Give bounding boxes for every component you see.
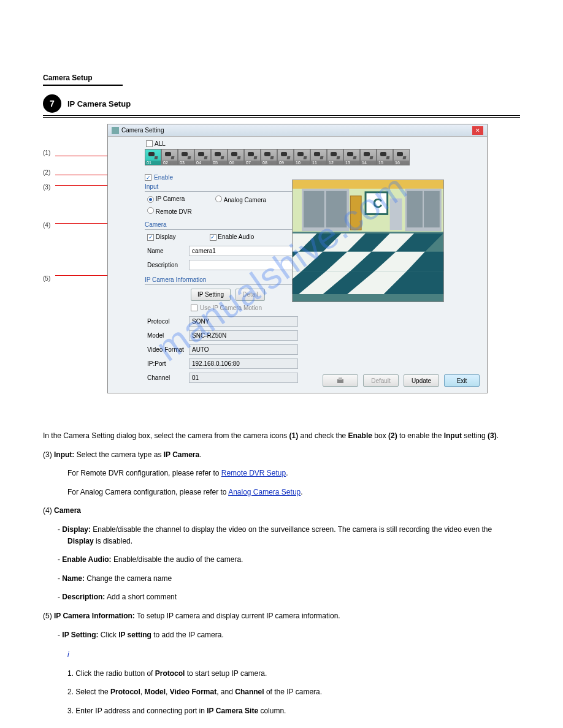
title-row: 7 IP Camera Setup <box>43 94 520 118</box>
svg-rect-11 <box>407 191 423 227</box>
ipport-label: IP:Port <box>145 360 189 367</box>
section-header: Camera Setup <box>43 74 123 86</box>
model-value: SNC-RZ50N <box>189 330 298 341</box>
svg-rect-2 <box>293 180 443 189</box>
ipport-value: 192.168.0.106:80 <box>189 358 298 369</box>
remote-dvr-ref: For Remote DVR configuration, please ref… <box>43 468 520 479</box>
camera-icon-01[interactable]: 01 <box>145 149 161 165</box>
remote-dvr-radio[interactable] <box>147 207 154 214</box>
section-number-bullet: 7 <box>43 94 61 113</box>
item-4: (4) Camera <box>43 505 520 517</box>
name-input[interactable]: camera1 <box>189 246 298 256</box>
svg-rect-4 <box>304 191 324 227</box>
video-format-value: AUTO <box>189 344 298 355</box>
camera-icon-07[interactable]: 07 <box>244 149 261 165</box>
camera-icon-09[interactable]: 09 <box>277 149 294 165</box>
name-label: Name <box>145 248 189 254</box>
camera-icon-04[interactable]: 04 <box>194 149 211 165</box>
ip-camera-radio[interactable] <box>147 196 154 203</box>
camera-icon-03[interactable]: 03 <box>178 149 194 165</box>
step-3: 3. Enter IP address and connecting port … <box>43 705 520 717</box>
print-icon-button[interactable] <box>323 374 358 387</box>
dialog-title-text: Camera Setting <box>121 127 164 134</box>
dialog-titlebar: Camera Setting ✕ <box>108 124 487 137</box>
input-group-title: Input <box>145 183 298 192</box>
remote-dvr-link[interactable]: Remote DVR Setup <box>221 469 286 477</box>
svg-rect-5 <box>326 191 347 227</box>
camera-group-title: Camera <box>145 221 298 230</box>
printer-icon <box>336 377 345 384</box>
detail-button[interactable]: Detail <box>236 289 265 301</box>
camera-icon-06[interactable]: 06 <box>228 149 244 165</box>
body-text: In the Camera Setting dialog box, select… <box>43 430 520 728</box>
description-input[interactable] <box>189 260 298 270</box>
svg-rect-9 <box>390 199 402 230</box>
callout-label-1: (1) <box>43 150 50 156</box>
ip-info-group: IP Camera Information IP Setting Detail … <box>145 276 298 383</box>
ip-info-title: IP Camera Information <box>145 276 298 285</box>
analog-camera-ref: For Analog Camera configuration, please … <box>43 487 520 498</box>
model-label: Model <box>145 332 189 339</box>
exit-button[interactable]: Exit <box>444 374 480 387</box>
camera-icon-08[interactable]: 08 <box>261 149 277 165</box>
analog-camera-radio-wrap: Analog Camera <box>215 195 266 203</box>
preview-image: C <box>293 180 443 301</box>
use-ip-motion-label: Use IP Camera Motion <box>200 305 262 311</box>
ip-camera-radio-label: IP Camera <box>156 195 185 202</box>
remote-dvr-radio-label: Remote DVR <box>156 208 192 215</box>
all-label: ALL <box>155 140 166 147</box>
item-4-display: - Display: Enable/disable the channel to… <box>43 524 520 547</box>
protocol-value: SONY <box>189 316 298 327</box>
all-checkbox[interactable] <box>146 140 153 147</box>
enable-audio-check-wrap: ✓ Enable Audio <box>210 233 255 241</box>
camera-icon-14[interactable]: 14 <box>360 149 377 165</box>
ip-setting-button[interactable]: IP Setting <box>191 289 231 301</box>
update-button[interactable]: Update <box>404 374 439 387</box>
callout-label-4: (4) <box>43 222 50 229</box>
dialog-footer: Default Update Exit <box>323 374 480 387</box>
description-label: Description <box>145 262 189 268</box>
enable-audio-checkbox[interactable]: ✓ <box>210 234 216 241</box>
dialog-icon <box>112 127 119 134</box>
video-format-label: Video Format <box>145 346 189 353</box>
svg-rect-12 <box>424 191 440 227</box>
item-4-desc: - Description: Add a short comment <box>43 591 520 603</box>
camera-icon-15[interactable]: 15 <box>377 149 393 165</box>
analog-camera-radio[interactable] <box>215 195 222 202</box>
protocol-label: Protocol <box>145 318 189 325</box>
enable-checkbox[interactable]: ✓ <box>145 174 151 181</box>
step-1: 1. Click the radio button of Protocol to… <box>43 668 520 680</box>
camera-strip: 01 02 03 04 05 06 07 08 09 10 11 12 13 1… <box>145 149 487 165</box>
item-5: (5) IP Camera Information: To setup IP c… <box>43 610 520 622</box>
para-intro: In the Camera Setting dialog box, select… <box>43 430 520 442</box>
camera-icon-11[interactable]: 11 <box>310 149 327 165</box>
camera-icon-16[interactable]: 16 <box>393 149 410 165</box>
display-checkbox[interactable]: ✓ <box>147 234 154 241</box>
section-title: IP Camera Setup <box>67 99 131 108</box>
screenshot-figure: (1) (2) (3) (4) (5) Camera Setting ✕ ALL… <box>43 124 520 412</box>
item-4-audio: - Enable Audio: Enable/disable the audio… <box>43 554 520 566</box>
svg-text:C: C <box>373 195 383 211</box>
camera-icon-10[interactable]: 10 <box>294 149 310 165</box>
camera-icon-05[interactable]: 05 <box>211 149 228 165</box>
camera-icon-12[interactable]: 12 <box>327 149 343 165</box>
callout-label-3: (3) <box>43 184 50 191</box>
camera-icon-13[interactable]: 13 <box>343 149 360 165</box>
callout-label-2: (2) <box>43 169 50 176</box>
item-3: (3) Input: Select the camera type as IP … <box>43 449 520 461</box>
analog-camera-radio-label: Analog Camera <box>224 197 266 203</box>
info-icon: i <box>43 649 520 661</box>
item-4-name: - Name: Change the camera name <box>43 573 520 585</box>
default-button[interactable]: Default <box>363 374 399 387</box>
channel-value: 01 <box>189 373 298 383</box>
camera-icon-02[interactable]: 02 <box>161 149 178 165</box>
ip-camera-radio-wrap: IP Camera <box>147 195 185 203</box>
close-icon[interactable]: ✕ <box>472 126 483 135</box>
use-ip-motion-checkbox[interactable] <box>191 305 197 311</box>
all-checkbox-row: ALL <box>146 140 487 147</box>
channel-label: Channel <box>145 374 189 381</box>
camera-preview: C <box>292 180 444 302</box>
analog-camera-link[interactable]: Analog Camera Setup <box>228 488 301 496</box>
svg-rect-33 <box>339 377 342 380</box>
enable-audio-label: Enable Audio <box>218 233 254 240</box>
